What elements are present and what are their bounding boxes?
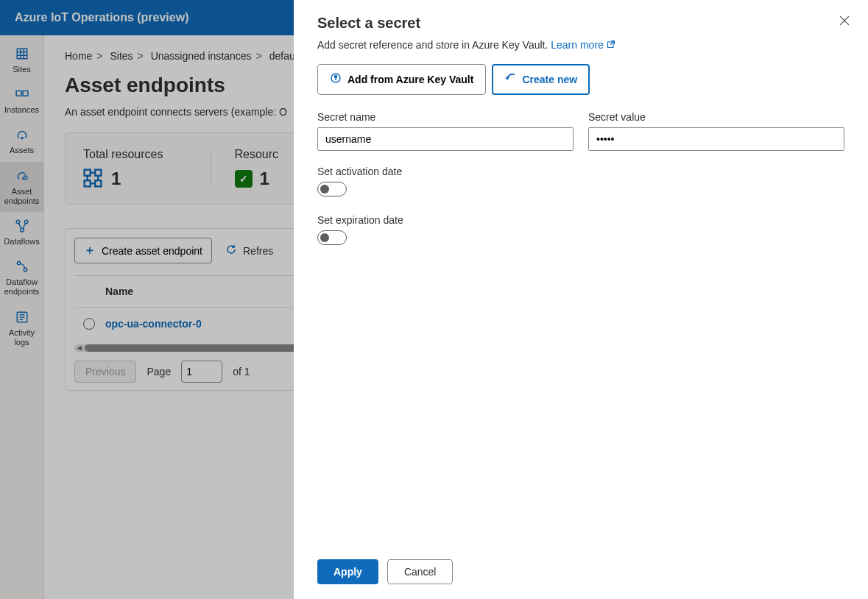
secret-value-field: Secret value (588, 111, 844, 151)
activation-date-label: Set activation date (317, 166, 844, 177)
button-label: Add from Azure Key Vault (347, 74, 473, 85)
close-button[interactable] (839, 15, 850, 30)
activation-toggle-group: Set activation date (317, 166, 844, 196)
apply-button[interactable]: Apply (317, 559, 378, 584)
key-vault-icon (330, 72, 342, 87)
mode-selector: Add from Azure Key Vault Create new (317, 64, 844, 95)
create-new-icon (504, 72, 516, 87)
expiration-date-label: Set expiration date (317, 214, 844, 226)
add-from-key-vault-button[interactable]: Add from Azure Key Vault (317, 64, 486, 95)
secret-name-field: Secret name (317, 111, 574, 151)
svg-point-35 (335, 76, 337, 78)
button-label: Create new (522, 74, 577, 85)
select-secret-panel: Select a secret Add secret reference and… (294, 0, 868, 599)
activation-date-toggle[interactable] (317, 182, 347, 196)
panel-footer: Apply Cancel (317, 547, 844, 584)
secret-name-label: Secret name (317, 111, 574, 123)
expiration-date-toggle[interactable] (317, 230, 347, 245)
secret-value-label: Secret value (588, 111, 844, 123)
external-link-icon (607, 39, 615, 51)
svg-line-33 (610, 41, 614, 45)
secret-value-input[interactable] (588, 127, 844, 151)
secret-name-input[interactable] (317, 127, 574, 151)
expiration-toggle-group: Set expiration date (317, 214, 844, 245)
panel-title: Select a secret (317, 15, 844, 32)
panel-description: Add secret reference and store in Azure … (317, 39, 844, 51)
create-new-button[interactable]: Create new (492, 64, 590, 95)
learn-more-link[interactable]: Learn more (551, 39, 615, 51)
cancel-button[interactable]: Cancel (387, 559, 454, 584)
